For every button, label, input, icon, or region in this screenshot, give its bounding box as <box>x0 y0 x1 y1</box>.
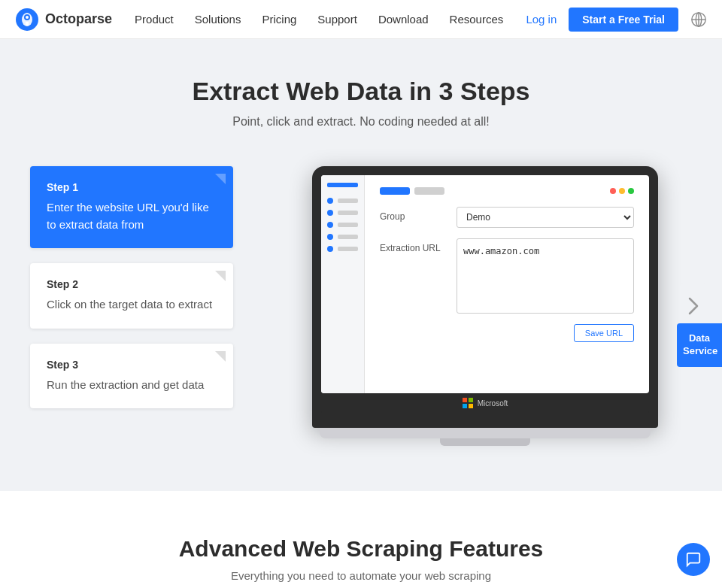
url-label: Extraction URL <box>380 238 447 253</box>
features-subtitle: Everything you need to automate your web… <box>30 569 692 582</box>
microsoft-label: Microsoft <box>478 399 508 408</box>
trial-button[interactable]: Start a Free Trial <box>569 8 678 32</box>
tab-active <box>380 187 410 195</box>
window-controls <box>610 188 634 194</box>
chat-icon <box>685 551 702 568</box>
laptop-screen-outer: Group Demo Extraction URL <box>312 166 658 428</box>
sidebar-line <box>338 235 358 239</box>
logo-icon <box>15 8 39 32</box>
svg-point-3 <box>26 16 29 19</box>
step-3-card[interactable]: Step 3 Run the extraction and get data <box>30 344 233 409</box>
features-title: Advanced Web Scraping Features <box>30 536 692 562</box>
svg-rect-4 <box>26 22 29 26</box>
ms-icon <box>463 398 473 408</box>
laptop-main-content: Group Demo Extraction URL <box>365 175 649 393</box>
url-textarea[interactable]: www.amazon.com <box>457 238 634 314</box>
step-3-desc: Run the extraction and get data <box>47 377 217 394</box>
laptop-sidebar <box>321 175 365 393</box>
nav-product[interactable]: Product <box>135 13 174 26</box>
save-url-button[interactable]: Save URL <box>574 324 634 342</box>
group-select[interactable]: Demo <box>457 207 634 228</box>
url-row: Extraction URL www.amazon.com <box>380 238 634 317</box>
url-control: www.amazon.com <box>457 238 634 317</box>
group-row: Group Demo <box>380 207 634 228</box>
brand-name: Octoparse <box>45 11 112 27</box>
navbar-actions: Log in Start a Free Trial <box>526 8 707 32</box>
svg-rect-11 <box>463 404 467 408</box>
sidebar-line <box>338 223 358 227</box>
sidebar-dot <box>327 246 333 252</box>
hero-title: Extract Web Data in 3 Steps <box>15 77 707 106</box>
step-2-card[interactable]: Step 2 Click on the target data to extra… <box>30 263 233 329</box>
minimize-dot <box>619 188 625 194</box>
svg-rect-12 <box>469 404 473 408</box>
nav-support[interactable]: Support <box>317 13 357 26</box>
sidebar-line <box>338 247 358 251</box>
features-section: Advanced Web Scraping Features Everythin… <box>0 491 722 588</box>
microsoft-logo <box>463 398 473 408</box>
tab-inactive <box>414 187 444 195</box>
step-1-card[interactable]: Step 1 Enter the website URL you'd like … <box>30 166 233 248</box>
close-dot <box>610 188 616 194</box>
nav-pricing[interactable]: Pricing <box>262 13 296 26</box>
sidebar-item <box>327 210 358 216</box>
next-arrow[interactable] <box>680 283 707 329</box>
step-1-desc: Enter the website URL you'd like to extr… <box>47 199 217 233</box>
laptop-topbar <box>380 187 634 195</box>
step-2-desc: Click on the target data to extract <box>47 296 217 314</box>
laptop-screen-inner: Group Demo Extraction URL <box>321 175 649 393</box>
laptop: Group Demo Extraction URL <box>312 166 658 446</box>
sidebar-header-bar <box>327 183 358 187</box>
maximize-dot <box>628 188 634 194</box>
topbar-tabs <box>380 187 444 195</box>
chevron-right-icon <box>688 297 699 315</box>
login-button[interactable]: Log in <box>526 13 557 26</box>
laptop-base <box>320 428 651 438</box>
laptop-mockup: Group Demo Extraction URL <box>278 166 692 446</box>
nav-solutions[interactable]: Solutions <box>195 13 241 26</box>
sidebar-item <box>327 234 358 240</box>
chat-button[interactable] <box>677 543 710 576</box>
navbar-links: Product Solutions Pricing Support Downlo… <box>135 13 526 26</box>
data-service-button[interactable]: Data Service <box>677 323 722 367</box>
group-control: Demo <box>457 207 634 228</box>
laptop-stand <box>440 438 530 446</box>
language-icon[interactable] <box>690 11 707 28</box>
sidebar-dot <box>327 222 333 228</box>
logo[interactable]: Octoparse <box>15 8 112 32</box>
step-3-number: Step 3 <box>47 359 217 371</box>
sidebar-dot <box>327 210 333 216</box>
sidebar-line <box>338 211 358 215</box>
svg-rect-9 <box>463 398 467 402</box>
svg-rect-10 <box>469 398 473 402</box>
sidebar-item <box>327 246 358 252</box>
hero-subtitle: Point, click and extract. No coding need… <box>15 115 707 129</box>
sidebar-item <box>327 198 358 204</box>
steps-panel: Step 1 Enter the website URL you'd like … <box>30 166 233 408</box>
navbar: Octoparse Product Solutions Pricing Supp… <box>0 0 722 39</box>
hero-section: Extract Web Data in 3 Steps Point, click… <box>0 39 722 491</box>
sidebar-dot <box>327 198 333 204</box>
step-2-number: Step 2 <box>47 278 217 290</box>
laptop-bottom-bar: Microsoft <box>321 393 649 413</box>
nav-resources[interactable]: Resources <box>450 13 504 26</box>
extraction-form: Group Demo Extraction URL <box>380 207 634 342</box>
sidebar-line <box>338 199 358 203</box>
group-label: Group <box>380 207 447 222</box>
hero-content: Step 1 Enter the website URL you'd like … <box>30 166 692 446</box>
sidebar-dot <box>327 234 333 240</box>
sidebar-item <box>327 222 358 228</box>
nav-download[interactable]: Download <box>378 13 429 26</box>
step-1-number: Step 1 <box>47 181 217 193</box>
